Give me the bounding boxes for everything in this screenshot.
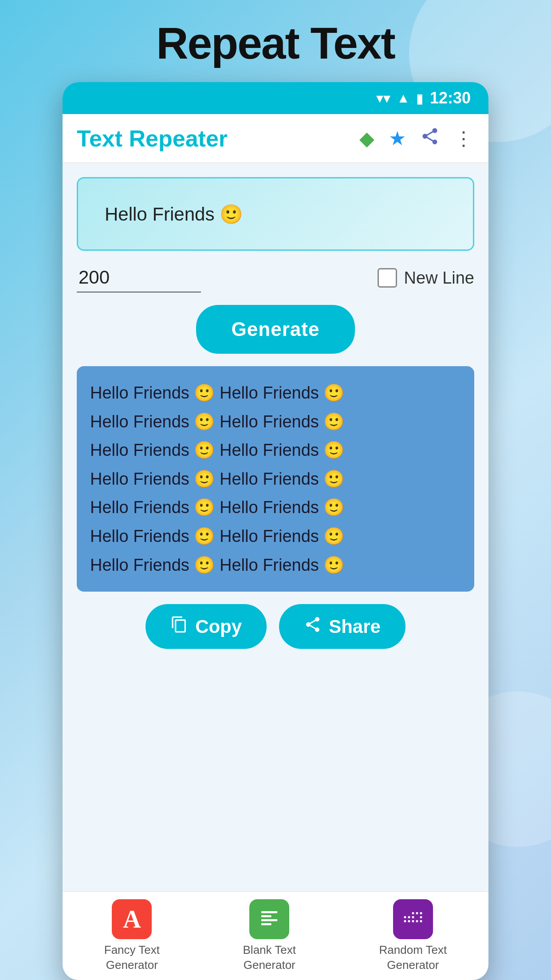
app-bar-title: Text Repeater	[77, 125, 350, 152]
random-text-icon	[393, 899, 433, 939]
share-button-icon	[304, 616, 322, 637]
status-bar: ▾▾ ▲ ▮ 12:30	[63, 82, 488, 114]
share-label: Share	[329, 616, 381, 637]
wifi-icon: ▾▾	[376, 90, 390, 107]
generate-button[interactable]: Generate	[196, 305, 355, 354]
content-area: New Line Generate Hello Friends 🙂 Hello …	[63, 163, 488, 891]
text-input[interactable]	[91, 191, 460, 237]
blank-text-label: Blank TextGenerator	[243, 943, 296, 973]
phone-frame: ▾▾ ▲ ▮ 12:30 Text Repeater ◆ ★ ⋮	[63, 82, 488, 980]
share-icon[interactable]	[420, 126, 440, 150]
copy-button[interactable]: Copy	[146, 604, 267, 649]
bottom-navigation: A Fancy TextGenerator Blank TextGenerato…	[63, 891, 488, 980]
blank-text-icon	[249, 899, 289, 939]
page-title: Repeat Text	[147, 0, 403, 82]
app-bar: Text Repeater ◆ ★ ⋮	[63, 114, 488, 163]
status-time: 12:30	[430, 89, 471, 107]
signal-icon: ▲	[397, 91, 410, 106]
status-icons: ▾▾ ▲ ▮ 12:30	[376, 89, 471, 107]
nav-item-blank-text[interactable]: Blank TextGenerator	[243, 899, 296, 973]
result-area: Hello Friends 🙂 Hello Friends 🙂 Hello Fr…	[77, 366, 474, 592]
copy-icon	[170, 616, 188, 637]
battery-icon: ▮	[416, 91, 424, 106]
controls-row: New Line	[77, 263, 474, 292]
new-line-checkbox[interactable]	[378, 268, 397, 288]
action-buttons: Copy Share	[77, 604, 474, 649]
app-bar-icons: ◆ ★ ⋮	[359, 126, 474, 150]
nav-item-fancy-text[interactable]: A Fancy TextGenerator	[104, 899, 160, 973]
nav-item-random-text[interactable]: Random TextGenerator	[379, 899, 447, 973]
random-text-label: Random TextGenerator	[379, 943, 447, 973]
text-input-container	[77, 177, 474, 251]
new-line-label: New Line	[404, 269, 474, 288]
copy-label: Copy	[195, 616, 242, 637]
diamond-icon[interactable]: ◆	[359, 127, 374, 150]
share-button[interactable]: Share	[279, 604, 405, 649]
fancy-text-icon: A	[112, 899, 152, 939]
star-icon[interactable]: ★	[389, 127, 406, 150]
repeat-count-input[interactable]	[77, 263, 201, 292]
fancy-text-label: Fancy TextGenerator	[104, 943, 160, 973]
more-options-icon[interactable]: ⋮	[454, 127, 474, 150]
result-text: Hello Friends 🙂 Hello Friends 🙂 Hello Fr…	[90, 379, 461, 579]
new-line-group: New Line	[378, 268, 474, 288]
